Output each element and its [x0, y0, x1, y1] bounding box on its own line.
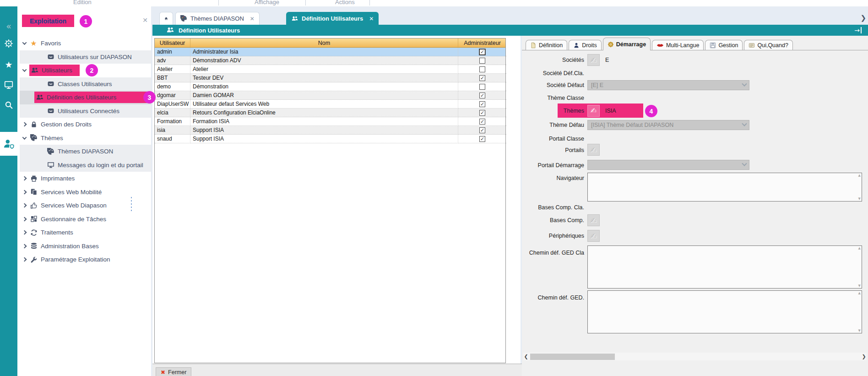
collapse-sidebar-icon[interactable]: «: [0, 17, 17, 35]
tab-definition[interactable]: Définition: [526, 40, 567, 50]
hand-write-icon: ✍: [591, 216, 597, 225]
chevron-right-icon[interactable]: [20, 204, 29, 207]
table-row[interactable]: demoDémonstration: [155, 82, 505, 91]
theme-defau-dropdown[interactable]: [ISIA] Thème Défaut DIAPASON: [587, 120, 749, 130]
column-header-nom[interactable]: Nom: [190, 38, 458, 47]
tree-item-gestion-des-droits[interactable]: Gestion des Droits: [20, 118, 151, 131]
administrateur-checkbox[interactable]: ✓: [479, 127, 485, 133]
menu-edition[interactable]: Edition: [73, 0, 92, 5]
column-header-utilisateur[interactable]: Utilisateur: [155, 38, 190, 47]
tree-item-utilisateurs-sur-diapason[interactable]: Utilisateurs sur DIAPASON: [20, 50, 151, 64]
table-row[interactable]: DiapUserSWUtilisateur defaut Services We…: [155, 100, 505, 109]
tab-demarrage[interactable]: Démarrage: [603, 38, 651, 50]
portails-picker-button[interactable]: ✍: [587, 144, 600, 156]
chevron-right-icon[interactable]: [20, 231, 29, 234]
administrateur-checkbox[interactable]: ✓: [479, 136, 485, 142]
peripheriques-picker-button[interactable]: ✍: [587, 230, 600, 242]
themes-picker-button[interactable]: ✍: [587, 105, 600, 117]
societe-defaut-dropdown[interactable]: [E] E: [587, 80, 749, 90]
fermer-button[interactable]: ✖ Fermer: [156, 367, 191, 376]
chevron-right-icon[interactable]: [20, 177, 29, 180]
chevron-right-icon[interactable]: [20, 258, 29, 261]
menu-affichage[interactable]: Affichage: [255, 0, 279, 5]
monitor-icon[interactable]: [0, 76, 17, 93]
portail-demarrage-dropdown[interactable]: [587, 160, 749, 170]
tree-item-parametrage-exploitation[interactable]: Paramétrage Exploitation: [20, 253, 151, 267]
chemin-ged-textarea[interactable]: ▲ ▼: [587, 290, 862, 333]
administrateur-checkbox[interactable]: ✓: [479, 93, 485, 98]
tree-item-definition-des-utilisateurs[interactable]: Définition des Utilisateurs: [20, 91, 151, 104]
tree-item-messages-login-portail[interactable]: Messages du login et du portail: [20, 158, 151, 172]
table-row[interactable]: dgomarDamien GOMAR✓: [155, 91, 505, 100]
administrateur-checkbox[interactable]: [479, 66, 485, 72]
chevron-down-icon[interactable]: [20, 42, 29, 45]
chevron-down-icon[interactable]: [20, 69, 29, 72]
chevron-down-icon[interactable]: [20, 136, 29, 140]
table-row[interactable]: adminAdministrateur Isia✓: [155, 48, 505, 56]
table-row[interactable]: FormationFormation ISIA✓: [155, 117, 505, 126]
scroll-down-icon[interactable]: ▼: [858, 284, 861, 288]
chemin-ged-cla-textarea[interactable]: ▲ ▼: [587, 245, 862, 289]
table-row[interactable]: BBTTesteur DEV✓: [155, 74, 505, 82]
administrateur-checkbox[interactable]: ✓: [479, 110, 485, 116]
table-row[interactable]: isiaSupport ISIA✓: [155, 126, 505, 135]
tree-item-administration-bases[interactable]: Administration Bases: [20, 240, 151, 253]
scroll-up-icon[interactable]: ▲: [858, 246, 861, 250]
scroll-up-icon[interactable]: ▲: [858, 291, 861, 295]
chevron-right-icon[interactable]: [20, 218, 29, 221]
administrateur-checkbox[interactable]: ✓: [479, 119, 485, 125]
tree-item-imprimantes[interactable]: Imprimantes: [20, 172, 151, 185]
table-row[interactable]: AtelierAtelier: [155, 65, 505, 74]
scroll-left-icon[interactable]: ❮: [523, 354, 529, 360]
tab-overflow-chevron-icon[interactable]: ❯: [860, 14, 866, 22]
helm-settings-icon[interactable]: [0, 35, 17, 52]
tab-qui-quand[interactable]: Qui,Quand?: [744, 40, 792, 50]
administrateur-checkbox[interactable]: ✓: [479, 75, 485, 81]
close-tab-icon[interactable]: ✕: [250, 16, 255, 22]
tab-definition-utilisateurs[interactable]: Définition Utilisateurs ✕: [286, 12, 379, 25]
scrollbar-thumb[interactable]: [530, 354, 615, 360]
tree-title-highlight[interactable]: Exploitation: [22, 15, 74, 27]
chevron-right-icon[interactable]: [20, 191, 29, 194]
tree-item-favoris[interactable]: ★ Favoris: [20, 37, 151, 50]
user-admin-section-active[interactable]: [0, 132, 17, 156]
table-row[interactable]: elciaRetours Configuration ElciaOnline✓: [155, 109, 505, 117]
tree-item-themes-diapason[interactable]: Thèmes DIAPASON: [20, 145, 151, 158]
administrateur-checkbox[interactable]: ✓: [479, 49, 485, 55]
table-row[interactable]: snaudSupport ISIA✓: [155, 135, 505, 143]
tree-close-icon[interactable]: ✕: [142, 16, 148, 24]
close-tab-icon[interactable]: ✕: [369, 16, 374, 22]
arrow-to-bar-icon[interactable]: →: [854, 27, 862, 33]
scroll-up-icon[interactable]: ▲: [858, 174, 861, 177]
scroll-right-icon[interactable]: ❯: [861, 354, 867, 360]
chevron-right-icon[interactable]: [20, 123, 29, 126]
societes-picker-button[interactable]: ✍: [587, 54, 600, 66]
tab-droits[interactable]: Droits: [569, 40, 602, 50]
scroll-down-icon[interactable]: ▼: [858, 329, 861, 332]
favorites-star-icon[interactable]: ★: [0, 56, 17, 73]
administrateur-checkbox[interactable]: [479, 84, 485, 90]
table-row[interactable]: advDémonstration ADV: [155, 56, 505, 65]
tree-item-gestionnaire-de-taches[interactable]: Gestionnaire de Tâches: [20, 213, 151, 226]
administrateur-checkbox[interactable]: ✓: [479, 101, 485, 107]
scroll-down-icon[interactable]: ▼: [858, 197, 861, 201]
scrollbar-track[interactable]: [529, 354, 861, 360]
horizontal-scrollbar[interactable]: ❮ ❯: [523, 353, 867, 360]
tree-item-themes[interactable]: Thèmes: [20, 131, 151, 145]
administrateur-checkbox[interactable]: [479, 58, 485, 64]
tree-item-classes-utilisateurs[interactable]: Classes Utilisateurs: [20, 77, 151, 91]
tree-item-traitements[interactable]: Traitements: [20, 226, 151, 240]
menu-actions[interactable]: Actions: [335, 0, 355, 5]
panel-splitter-handle[interactable]: [130, 196, 133, 212]
tab-home[interactable]: [159, 12, 173, 25]
search-icon[interactable]: [0, 96, 17, 114]
tab-multi-langue[interactable]: Multi-Langue: [652, 40, 704, 50]
thumb-up-icon: [29, 202, 38, 209]
bases-comp-picker-button[interactable]: ✍: [587, 214, 600, 226]
tab-themes-diapason[interactable]: Thèmes DIAPASON ✕: [175, 12, 260, 25]
tree-item-utilisateurs-connectes[interactable]: Utilisateurs Connectés: [20, 104, 151, 118]
tab-gestion[interactable]: Gestion: [705, 40, 743, 50]
navigateur-textarea[interactable]: ▲ ▼: [587, 173, 862, 202]
chevron-right-icon[interactable]: [20, 245, 29, 248]
column-header-administrateur[interactable]: Administrateur: [458, 38, 506, 47]
